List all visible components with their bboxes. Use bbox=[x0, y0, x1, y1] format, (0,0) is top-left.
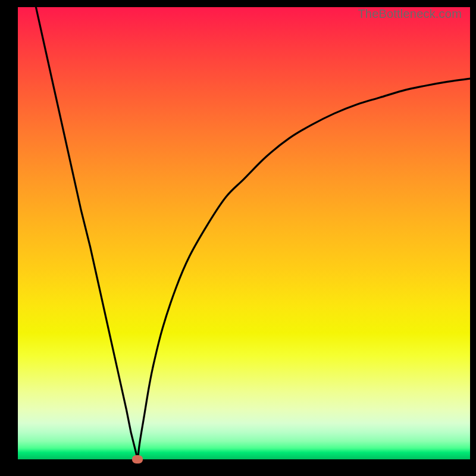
curve-path bbox=[36, 7, 470, 459]
optimum-marker bbox=[132, 455, 143, 464]
chart-frame: TheBottleneck.com bbox=[0, 0, 476, 476]
bottleneck-curve bbox=[18, 7, 470, 459]
plot-area: TheBottleneck.com bbox=[18, 7, 470, 459]
